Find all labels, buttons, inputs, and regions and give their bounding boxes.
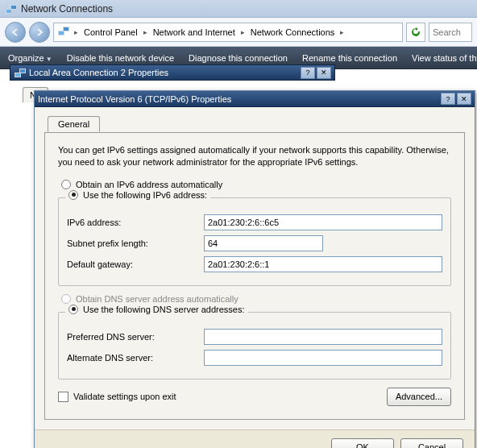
svg-rect-11 (20, 69, 25, 73)
tab-general[interactable]: General (48, 116, 100, 132)
address-breadcrumb[interactable]: ▸ Control Panel ▸ Network and Internet ▸… (53, 23, 403, 42)
radio-auto-address-label: Obtain an IPv6 address automatically (76, 180, 222, 189)
radio-icon (68, 305, 78, 314)
ipv6-address-input[interactable] (204, 214, 442, 230)
ipv6-title: Internet Protocol Version 6 (TCP/IPv6) P… (38, 94, 231, 104)
radio-manual-address-label: Use the following IPv6 address: (83, 190, 207, 200)
default-gateway-label: Default gateway: (67, 259, 204, 269)
nav-toolbar: ▸ Control Panel ▸ Network and Internet ▸… (0, 18, 477, 47)
tab-general-content: You can get IPv6 settings assigned autom… (44, 133, 465, 420)
close-button[interactable]: ✕ (457, 93, 471, 105)
radio-manual-address[interactable]: Use the following IPv6 address: (65, 190, 210, 200)
search-input[interactable]: Search (429, 23, 472, 42)
refresh-button[interactable] (406, 23, 425, 42)
close-button[interactable]: ✕ (317, 67, 331, 79)
radio-manual-dns-label: Use the following DNS server addresses: (83, 305, 245, 314)
svg-rect-3 (11, 6, 16, 9)
description-text: You can get IPv6 settings assigned autom… (58, 144, 451, 168)
radio-manual-dns[interactable]: Use the following DNS server addresses: (65, 305, 248, 314)
default-gateway-input[interactable] (204, 256, 442, 272)
tab-strip: General (44, 115, 465, 133)
alternate-dns-input[interactable] (204, 350, 442, 366)
svg-rect-5 (59, 31, 64, 35)
dns-groupbox: Use the following DNS server addresses: … (58, 312, 451, 380)
dialog-button-row: OK Cancel (35, 429, 475, 448)
back-button[interactable] (5, 22, 26, 43)
ipv6-address-label: IPv6 address: (67, 218, 204, 227)
prefix-length-input[interactable] (204, 235, 323, 251)
diagnose-cmd[interactable]: Diagnose this connection (189, 53, 288, 63)
radio-auto-dns-label: Obtain DNS server address automatically (76, 294, 238, 304)
disable-device-cmd[interactable]: Disable this network device (67, 53, 174, 63)
lac2-titlebar: Local Area Connection 2 Properties ? ✕ (10, 64, 335, 81)
network-connections-icon (57, 25, 70, 39)
validate-label: Validate settings upon exit (73, 392, 176, 401)
ipv6-properties-dialog: Internet Protocol Version 6 (TCP/IPv6) P… (34, 90, 475, 448)
preferred-dns-input[interactable] (204, 329, 442, 345)
radio-auto-address[interactable]: Obtain an IPv6 address automatically (61, 180, 451, 189)
svg-rect-9 (15, 73, 20, 77)
chevron-right-icon[interactable]: ▸ (74, 28, 78, 36)
search-placeholder: Search (433, 27, 461, 37)
lac2-properties-dialog: Local Area Connection 2 Properties ? ✕ (10, 64, 335, 84)
radio-auto-dns: Obtain DNS server address automatically (61, 294, 451, 304)
crumb-network-connections[interactable]: Network Connections (249, 27, 337, 37)
ipv6-titlebar: Internet Protocol Version 6 (TCP/IPv6) P… (35, 91, 475, 107)
prefix-length-label: Subnet prefix length: (67, 239, 204, 248)
network-adapter-icon (14, 67, 25, 78)
rename-cmd[interactable]: Rename this connection (302, 53, 397, 63)
lac2-title: Local Area Connection 2 Properties (29, 68, 168, 77)
chevron-right-icon[interactable]: ▸ (340, 28, 344, 36)
radio-icon (61, 180, 71, 189)
crumb-control-panel[interactable]: Control Panel (82, 27, 139, 37)
explorer-window: Network Connections ▸ Control Panel ▸ Ne… (0, 0, 477, 69)
cancel-button[interactable]: Cancel (400, 438, 463, 448)
help-button[interactable]: ? (301, 67, 315, 79)
svg-rect-7 (64, 27, 68, 31)
network-connections-icon (5, 3, 16, 15)
help-button[interactable]: ? (441, 93, 455, 105)
crumb-network-internet[interactable]: Network and Internet (151, 27, 237, 37)
validate-checkbox[interactable] (58, 392, 68, 402)
radio-icon (61, 294, 71, 304)
chevron-right-icon[interactable]: ▸ (143, 28, 147, 36)
organize-menu[interactable]: Organize (8, 53, 52, 63)
chevron-right-icon[interactable]: ▸ (241, 28, 245, 36)
ipv6-body: General You can get IPv6 settings assign… (35, 107, 475, 429)
alternate-dns-label: Alternate DNS server: (67, 353, 204, 363)
advanced-button[interactable]: Advanced... (387, 388, 451, 406)
svg-rect-1 (6, 10, 11, 13)
ok-button[interactable]: OK (331, 438, 394, 448)
window-titlebar: Network Connections (0, 0, 477, 18)
window-title: Network Connections (21, 3, 113, 15)
preferred-dns-label: Preferred DNS server: (67, 332, 204, 342)
forward-button[interactable] (29, 22, 50, 43)
view-status-cmd[interactable]: View status of this (412, 53, 477, 63)
address-groupbox: Use the following IPv6 address: IPv6 add… (58, 197, 451, 286)
radio-icon (68, 190, 78, 200)
